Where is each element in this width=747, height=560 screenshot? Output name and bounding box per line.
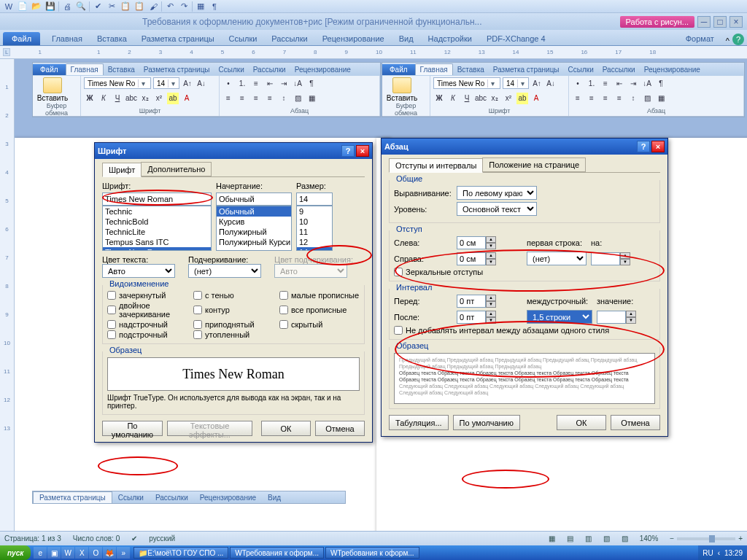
spellcheck-icon[interactable]: ✔ [92,1,104,12]
ql-outlook-icon[interactable]: O [89,547,102,559]
underline-select[interactable]: (нет) [188,264,261,278]
redo-icon[interactable]: ↷ [178,1,190,12]
taskbar-button[interactable]: 📁 Е:\моё\ТО ГОУ СПО ... [133,547,228,559]
help-icon[interactable]: ? [732,34,744,45]
font-style-input[interactable] [216,192,292,206]
font-list[interactable]: Technic TechnicBold TechnicLite Tempus S… [102,206,212,251]
default-button[interactable]: По умолчанию [102,421,163,436]
chk-mirror-indents[interactable]: Зеркальные отступы [394,268,655,276]
preview-icon[interactable]: 🔍 [75,1,87,12]
tab-layout[interactable]: Разметка страницы [134,32,222,45]
font-size-input[interactable] [296,192,333,206]
view-web-icon[interactable]: ▥ [585,534,592,542]
alignment-select[interactable]: По левому краю [457,186,537,200]
vertical-ruler[interactable]: 12345678910111213 [0,59,15,531]
dialog-help-icon[interactable]: ? [341,145,355,157]
undo-icon[interactable]: ↶ [164,1,176,12]
tab-insert[interactable]: Вставка [90,32,134,45]
tab-advanced[interactable]: Дополнительно [141,162,212,176]
tab-review[interactable]: Рецензирование [315,32,392,45]
tab-position[interactable]: Положение на странице [482,158,586,172]
first-line-by-spin[interactable]: ▲▼ [591,252,630,265]
format-painter-icon[interactable]: 🖌 [147,1,159,12]
zoom-level[interactable]: 140% [640,534,659,542]
taskbar-button[interactable]: W Требования к оформ... [230,547,324,559]
drawing-tools-tab[interactable]: Работа с рисун... [620,16,694,28]
ql-word-icon[interactable]: W [61,547,74,559]
tray-lang[interactable]: RU [703,549,713,557]
ql-excel-icon[interactable]: X [75,547,88,559]
tray-expand-icon[interactable]: ‹ [718,549,720,557]
line-spacing-select[interactable]: 1,5 строки [527,310,592,324]
para-dialog-titlebar[interactable]: Абзац ? × [382,139,667,155]
view-print-layout-icon[interactable]: ▦ [549,534,555,542]
restore-icon[interactable]: □ [713,16,727,28]
chk-allcaps[interactable]: все прописные [279,301,360,319]
close-icon[interactable]: × [729,16,743,28]
space-after-spin[interactable]: ▲▼ [457,311,496,324]
cancel-button[interactable]: Отмена [315,421,365,436]
zoom-in-icon[interactable]: + [738,534,743,542]
chk-no-space-same-style[interactable]: Не добавлять интервал между абзацами одн… [394,326,655,335]
tabs-button[interactable]: Табуляция... [389,415,449,430]
line-spacing-at-spin[interactable]: ▲▼ [597,311,636,324]
font-name-input[interactable] [102,192,212,206]
ql-firefox-icon[interactable]: 🦊 [103,547,116,559]
ql-ie-icon[interactable]: e [34,547,47,559]
ql-more-icon[interactable]: » [117,547,130,559]
ribbon-collapse-icon[interactable]: ^ [726,36,729,45]
view-draft-icon[interactable]: ▨ [622,534,628,542]
tab-view[interactable]: Вид [392,32,421,45]
taskbar-button[interactable]: W Требования к оформ... [325,547,419,559]
page-status[interactable]: Страница: 1 из 3 [4,534,61,542]
outline-level-select[interactable]: Основной текст [457,202,537,216]
chk-super[interactable]: надстрочный [107,320,187,329]
chk-emboss[interactable]: приподнятый [193,320,274,329]
document-area[interactable]: Файл Главная Вставка Разметка страницы С… [15,59,747,531]
font-color-select[interactable]: Авто [102,264,175,278]
file-tab[interactable]: Файл [3,32,40,45]
ok-button[interactable]: ОК [557,415,606,430]
size-list[interactable]: 9 10 11 12 14 [296,206,333,251]
dialog-close-icon[interactable]: × [651,141,665,152]
table-icon[interactable]: ▦ [195,1,206,12]
save-icon[interactable]: 💾 [44,1,56,12]
ql-desktop-icon[interactable]: ▣ [47,547,61,559]
chk-smallcaps[interactable]: малые прописные [279,291,360,300]
open-icon[interactable]: 📂 [31,1,42,12]
tab-pdf[interactable]: PDF-XChange 4 [479,32,553,45]
ok-button[interactable]: ОК [261,421,311,436]
language-status[interactable]: русский [149,534,175,542]
print-icon[interactable]: 🖨 [61,1,73,12]
indent-left-spin[interactable]: ▲▼ [457,236,496,249]
chk-outline[interactable]: контур [193,301,274,319]
tray-clock[interactable]: 13:29 [724,549,743,557]
tab-mailings[interactable]: Рассылки [264,32,314,45]
tab-addins[interactable]: Надстройки [421,32,479,45]
cancel-button[interactable]: Отмена [611,415,660,430]
first-line-select[interactable]: (нет) [527,252,587,265]
chk-strike[interactable]: зачеркнутый [107,291,187,300]
proofing-icon[interactable]: ✔ [131,534,137,542]
default-button[interactable]: По умолчанию [453,415,520,430]
zoom-slider[interactable]: − + [670,534,743,542]
chk-shadow[interactable]: с тенью [193,291,274,300]
cut-icon[interactable]: ✂ [106,1,117,12]
style-list[interactable]: Обычный Курсив Полужирный Полужирный Кур… [216,206,292,251]
minimize-icon[interactable]: ─ [697,16,711,28]
new-doc-icon[interactable]: 📄 [17,1,28,12]
tab-references[interactable]: Ссылки [222,32,265,45]
chk-hidden[interactable]: скрытый [279,320,360,329]
chk-engrave[interactable]: утопленный [193,330,274,339]
view-outline-icon[interactable]: ▧ [603,534,610,542]
view-reading-icon[interactable]: ▤ [567,534,573,542]
tab-indents[interactable]: Отступы и интервалы [389,158,483,173]
copy-icon[interactable]: 📋 [120,1,131,12]
start-button[interactable]: пуск [0,545,31,560]
dialog-help-icon[interactable]: ? [637,141,650,152]
zoom-out-icon[interactable]: − [670,534,674,542]
qat-icon[interactable]: W [3,1,15,12]
show-marks-icon[interactable]: ¶ [209,1,220,12]
chk-sub[interactable]: подстрочный [107,330,187,339]
space-before-spin[interactable]: ▲▼ [457,295,496,308]
